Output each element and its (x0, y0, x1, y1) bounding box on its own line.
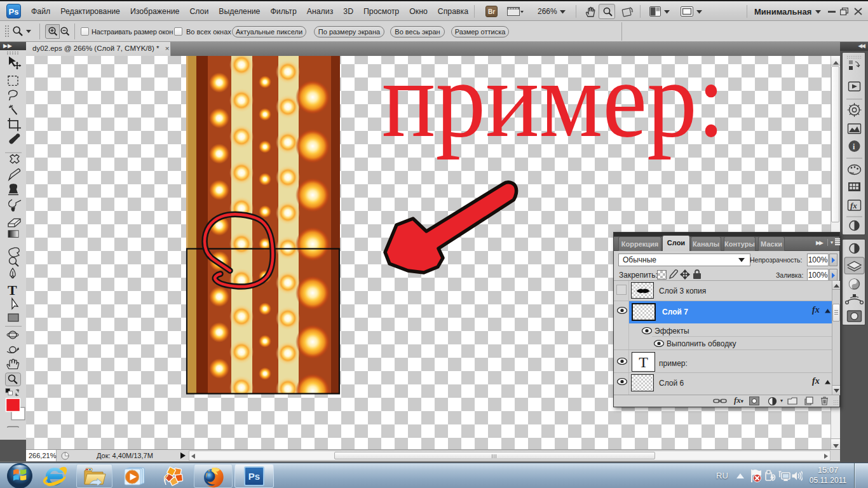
svg-text:fx: fx (850, 201, 857, 210)
svg-text:T: T (8, 283, 17, 298)
svg-text:пример:: пример: (382, 56, 725, 159)
